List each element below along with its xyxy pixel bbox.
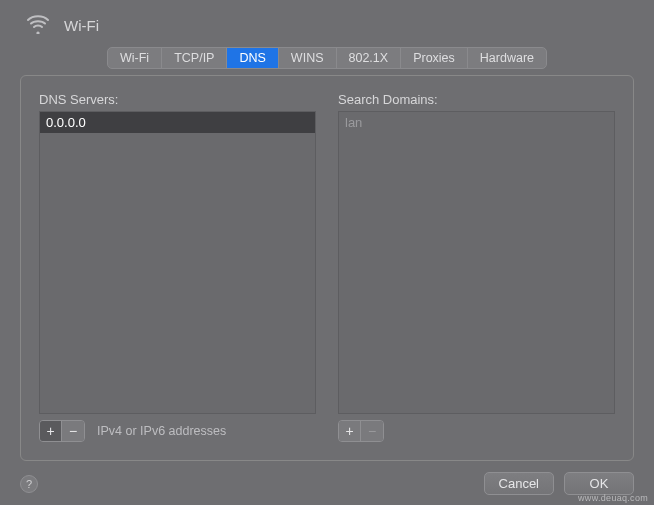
tab-dns[interactable]: DNS bbox=[227, 48, 278, 68]
tab-wifi[interactable]: Wi-Fi bbox=[108, 48, 162, 68]
dns-hint: IPv4 or IPv6 addresses bbox=[97, 424, 226, 438]
search-add-button[interactable]: + bbox=[339, 421, 361, 441]
tab-bar: Wi-Fi TCP/IP DNS WINS 802.1X Proxies Har… bbox=[0, 47, 654, 69]
help-button[interactable]: ? bbox=[20, 475, 38, 493]
tab-proxies[interactable]: Proxies bbox=[401, 48, 468, 68]
dns-entry-input[interactable] bbox=[40, 112, 315, 133]
search-domains-list[interactable]: lan bbox=[338, 111, 615, 414]
dns-add-remove-group: + − bbox=[39, 420, 85, 442]
dns-servers-list[interactable] bbox=[39, 111, 316, 414]
wifi-icon bbox=[26, 14, 50, 37]
content-pane: DNS Servers: + − IPv4 or IPv6 addresses … bbox=[20, 75, 634, 461]
ok-button[interactable]: OK bbox=[564, 472, 634, 495]
dns-servers-column: DNS Servers: + − IPv4 or IPv6 addresses bbox=[39, 92, 316, 442]
cancel-button[interactable]: Cancel bbox=[484, 472, 554, 495]
search-domain-placeholder: lan bbox=[339, 112, 614, 133]
dns-add-button[interactable]: + bbox=[40, 421, 62, 441]
tab-wins[interactable]: WINS bbox=[279, 48, 337, 68]
search-domains-column: Search Domains: lan + − bbox=[338, 92, 615, 442]
search-add-remove-group: + − bbox=[338, 420, 384, 442]
dns-servers-label: DNS Servers: bbox=[39, 92, 316, 107]
dns-remove-button[interactable]: − bbox=[62, 421, 84, 441]
tab-8021x[interactable]: 802.1X bbox=[337, 48, 402, 68]
dns-entry-row[interactable] bbox=[40, 112, 315, 133]
search-domains-label: Search Domains: bbox=[338, 92, 615, 107]
watermark: www.deuaq.com bbox=[578, 493, 648, 503]
search-remove-button[interactable]: − bbox=[361, 421, 383, 441]
tab-tcpip[interactable]: TCP/IP bbox=[162, 48, 227, 68]
page-title: Wi-Fi bbox=[64, 17, 99, 34]
tab-hardware[interactable]: Hardware bbox=[468, 48, 546, 68]
